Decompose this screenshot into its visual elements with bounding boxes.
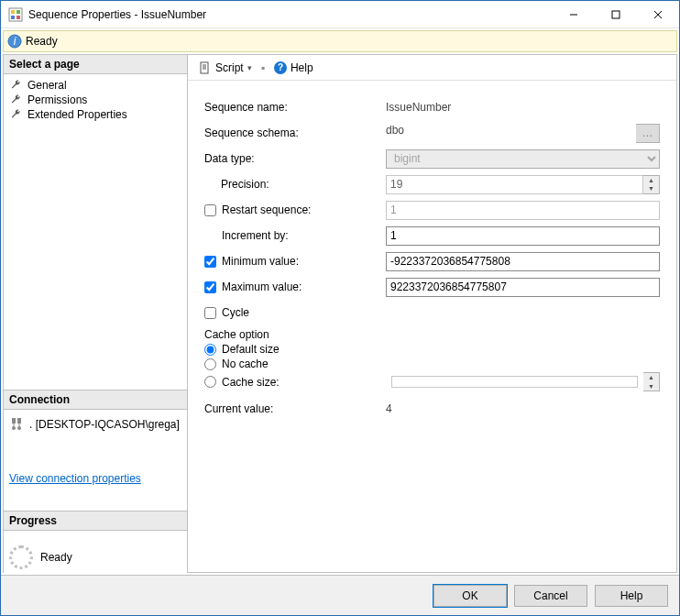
window-title: Sequence Properties - IssueNumber: [28, 8, 553, 21]
help-button[interactable]: ? Help: [270, 60, 317, 76]
restart-input[interactable]: [386, 201, 660, 220]
page-general[interactable]: General: [9, 78, 181, 93]
cache-none-radio[interactable]: [204, 358, 216, 370]
minimize-button[interactable]: [553, 1, 595, 28]
script-icon: [199, 61, 212, 74]
data-type-select[interactable]: bigint: [386, 149, 660, 169]
cancel-button[interactable]: Cancel: [514, 585, 587, 607]
min-checkbox[interactable]: [204, 256, 216, 268]
cycle-checkbox[interactable]: [204, 307, 216, 319]
ready-bar: i Ready: [3, 30, 677, 52]
wrench-icon: [9, 108, 22, 121]
svg-point-13: [12, 426, 16, 430]
precision-label: Precision:: [204, 178, 386, 191]
restart-checkbox[interactable]: [204, 204, 216, 216]
cache-group-label: Cache option: [204, 328, 660, 341]
max-checkbox[interactable]: [204, 281, 216, 293]
page-list: General Permissions Extended Properties: [4, 74, 187, 390]
max-label: Maximum value:: [222, 280, 302, 293]
ok-button[interactable]: OK: [433, 585, 507, 607]
connection-header: Connection: [4, 390, 187, 410]
seq-schema-label: Sequence schema:: [204, 126, 386, 139]
precision-input[interactable]: [386, 175, 643, 194]
svg-text:i: i: [14, 35, 16, 48]
connection-section: Connection . [DESKTOP-IQCASOH\grega] Vie…: [4, 390, 187, 511]
chevron-down-icon: ▾: [247, 63, 252, 72]
svg-rect-2: [16, 10, 20, 14]
current-label: Current value:: [204, 402, 386, 415]
script-button[interactable]: Script ▾: [195, 60, 256, 76]
view-connection-link[interactable]: View connection properties: [9, 472, 181, 485]
progress-header: Progress: [4, 512, 187, 531]
dialog-window: Sequence Properties - IssueNumber i Read…: [0, 0, 680, 616]
help-icon: ?: [274, 61, 287, 74]
restart-label: Restart sequence:: [222, 204, 311, 216]
svg-rect-17: [201, 62, 208, 73]
svg-rect-4: [16, 16, 20, 19]
cache-size-label: Cache size:: [222, 376, 386, 389]
schema-browse-button[interactable]: …: [636, 124, 660, 143]
current-value: 4: [386, 402, 660, 415]
increment-label: Increment by:: [204, 229, 386, 242]
page-label: Extended Properties: [27, 108, 127, 121]
cache-size-spinner[interactable]: ▲▼: [643, 372, 660, 391]
wrench-icon: [9, 94, 22, 106]
min-label: Minimum value:: [222, 255, 299, 268]
ready-text: Ready: [26, 35, 58, 48]
form-area: Sequence name: IssueNumber Sequence sche…: [188, 81, 676, 572]
toolbar-separator: ▪: [261, 61, 265, 74]
maximize-button[interactable]: [595, 1, 637, 28]
svg-rect-1: [11, 10, 15, 14]
window-buttons: [553, 1, 679, 28]
cache-size-radio[interactable]: [204, 376, 216, 388]
help-label: Help: [291, 61, 313, 74]
cache-default-label: Default size: [222, 343, 280, 356]
select-page-header: Select a page: [4, 55, 187, 74]
cache-default-radio[interactable]: [204, 344, 216, 356]
page-label: General: [27, 79, 67, 92]
dialog-footer: OK Cancel Help: [1, 575, 679, 615]
dialog-body: Select a page General Permissions Extend…: [3, 54, 677, 573]
svg-rect-12: [17, 418, 21, 424]
cache-size-input[interactable]: [391, 376, 638, 388]
close-button[interactable]: [637, 1, 679, 28]
toolbar: Script ▾ ▪ ? Help: [188, 55, 676, 81]
seq-schema-value: dbo: [386, 124, 636, 143]
page-label: Permissions: [27, 94, 87, 106]
page-extended-properties[interactable]: Extended Properties: [9, 107, 181, 122]
progress-section: Progress Ready: [4, 511, 187, 573]
help-button[interactable]: Help: [595, 585, 668, 607]
sidebar: Select a page General Permissions Extend…: [3, 54, 188, 573]
wrench-icon: [9, 79, 22, 92]
spinner-icon: [9, 545, 33, 569]
svg-rect-3: [11, 16, 15, 19]
app-icon: [8, 7, 23, 22]
cache-none-label: No cache: [222, 358, 269, 370]
min-input[interactable]: [386, 252, 660, 271]
titlebar: Sequence Properties - IssueNumber: [1, 1, 679, 28]
info-icon: i: [7, 34, 22, 49]
page-permissions[interactable]: Permissions: [9, 93, 181, 107]
max-input[interactable]: [386, 278, 660, 297]
precision-spinner[interactable]: ▲▼: [643, 175, 660, 194]
increment-input[interactable]: [386, 226, 660, 246]
script-label: Script: [215, 61, 244, 74]
connection-body: . [DESKTOP-IQCASOH\grega] View connectio…: [4, 410, 187, 511]
svg-rect-6: [612, 11, 620, 18]
data-type-label: Data type:: [204, 152, 386, 165]
server-icon: [9, 417, 24, 432]
svg-rect-11: [12, 418, 16, 424]
connection-value: . [DESKTOP-IQCASOH\grega]: [29, 418, 180, 431]
connection-row: . [DESKTOP-IQCASOH\grega]: [9, 417, 181, 432]
progress-text: Ready: [40, 551, 72, 564]
main-panel: Script ▾ ▪ ? Help Sequence name: IssueNu…: [188, 54, 677, 573]
seq-name-label: Sequence name:: [204, 101, 386, 114]
svg-point-14: [17, 426, 21, 430]
cycle-label: Cycle: [222, 306, 249, 319]
seq-name-value: IssueNumber: [386, 101, 660, 114]
progress-body: Ready: [4, 531, 187, 573]
